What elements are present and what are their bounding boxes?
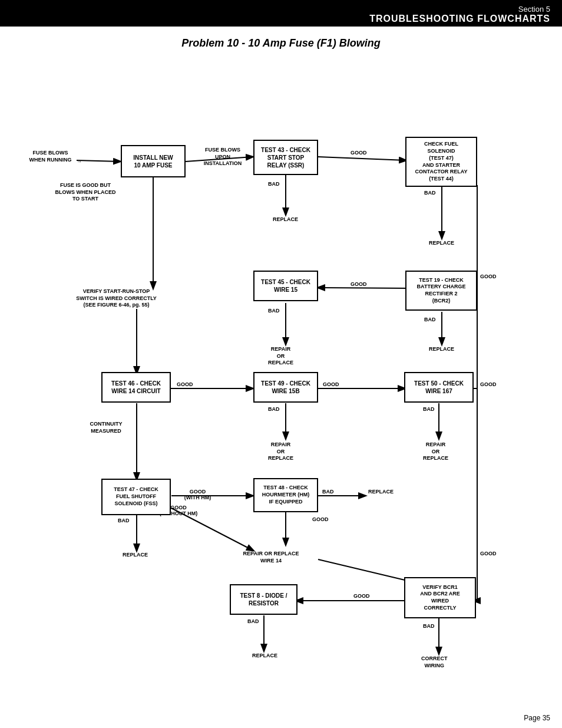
header: Section 5 TROUBLESHOOTING FLOWCHARTS	[0, 0, 562, 27]
arrow-label-bad-1: BAD	[268, 181, 280, 187]
box-test49: TEST 49 - CHECK WIRE 15B	[253, 372, 318, 403]
box-check-fuel-solenoid: CHECK FUEL SOLENOID (TEST 47) AND STARTE…	[405, 137, 477, 187]
svg-line-7	[318, 288, 406, 288]
label-replace-5: REPLACE	[368, 489, 394, 496]
label-repair-replace-2: REPAIRORREPLACE	[268, 442, 293, 462]
svg-line-22	[318, 559, 405, 580]
box-test48: TEST 48 - CHECK HOURMETER (HM) IF EQUIPP…	[253, 478, 318, 512]
box-test46: TEST 46 - CHECK WIRE 14 CIRCUIT	[101, 372, 171, 403]
label-verify-switch: VERIFY START-RUN-STOPSWITCH IS WIRED COR…	[71, 288, 162, 309]
section-label: Section 5	[12, 5, 550, 14]
box-test50: TEST 50 - CHECK WIRE 167	[404, 372, 474, 403]
arrow-label-bad-5: BAD	[268, 406, 280, 412]
box-install-fuse: INSTALL NEW 10 AMP FUSE	[121, 145, 186, 177]
box-test45: TEST 45 - CHECK WIRE 15	[253, 271, 318, 301]
arrow-label-good-5: GOOD	[480, 381, 497, 387]
arrow-label-bad-7: BAD	[118, 518, 130, 523]
box-test19: TEST 19 - CHECK BATTERY CHARGE RECTIFIER…	[405, 271, 477, 311]
box-verify-bcr: VERIFY BCR1 AND BCR2 ARE WIRED CORRECTLY	[404, 577, 476, 618]
label-repair-replace-3: REPAIRORREPLACE	[423, 442, 448, 462]
label-continuity: CONTINUITYMEASURED	[77, 421, 135, 434]
arrow-label-bad-10: BAD	[423, 623, 435, 629]
arrow-label-good-hm: GOOD(WITH HM)	[173, 489, 223, 500]
arrow-label-good-1: GOOD	[351, 150, 367, 156]
label-fuse-good: FUSE IS GOOD BUTBLOWS WHEN PLACEDTO STAR…	[47, 182, 124, 203]
arrow-label-bad-8: BAD	[322, 489, 334, 495]
arrow-label-good-right: GOOD	[480, 274, 497, 279]
label-replace-4: REPLACE	[123, 552, 148, 559]
label-replace-6: REPLACE	[252, 653, 277, 660]
page-number: Page 35	[524, 714, 550, 722]
arrow-label-good-right-bottom: GOOD	[480, 551, 497, 556]
arrow-label-good-4: GOOD	[323, 381, 339, 387]
label-replace-1: REPLACE	[273, 216, 298, 223]
label-correct-wiring: CORRECTWIRING	[421, 655, 448, 669]
section-title: TROUBLESHOOTING FLOWCHARTS	[12, 14, 550, 24]
box-test47: TEST 47 - CHECK FUEL SHUTOFF SOLENOID (F…	[101, 479, 171, 515]
arrow-label-fuse-running: →	[77, 159, 82, 164]
label-fuse-blows-install: FUSE BLOWSUPONINSTALLATION	[193, 147, 252, 167]
svg-line-2	[318, 157, 406, 160]
arrow-label-bad-4: BAD	[268, 308, 280, 314]
box-test8: TEST 8 - DIODE / RESISTOR	[230, 584, 297, 615]
arrow-label-bad-6: BAD	[423, 406, 435, 412]
svg-line-0	[77, 160, 120, 162]
arrow-label-bad-2: BAD	[424, 190, 436, 196]
arrow-label-good-3: GOOD	[177, 381, 193, 387]
arrow-label-good-2: GOOD	[351, 281, 367, 287]
arrow-label-good-7: GOOD	[353, 593, 370, 599]
arrow-label-bad-9: BAD	[247, 618, 259, 624]
box-test43: TEST 43 - CHECK START STOP RELAY (SSR)	[253, 140, 318, 175]
arrow-label-bad-3: BAD	[424, 317, 436, 322]
page-title: Problem 10 - 10 Amp Fuse (F1) Blowing	[0, 37, 562, 50]
label-replace-3: REPLACE	[429, 346, 454, 353]
arrow-label-good-6: GOOD	[312, 516, 329, 522]
flowchart-area: FUSE BLOWSWHEN RUNNING → FUSE BLOWSUPONI…	[0, 55, 562, 716]
label-replace-2: REPLACE	[429, 240, 454, 247]
label-fuse-blows-running: FUSE BLOWSWHEN RUNNING	[22, 150, 78, 163]
label-repair-replace-1: REPAIRORREPLACE	[268, 346, 293, 367]
label-repair-wire14: REPAIR OR REPLACEWIRE 14	[233, 551, 309, 564]
